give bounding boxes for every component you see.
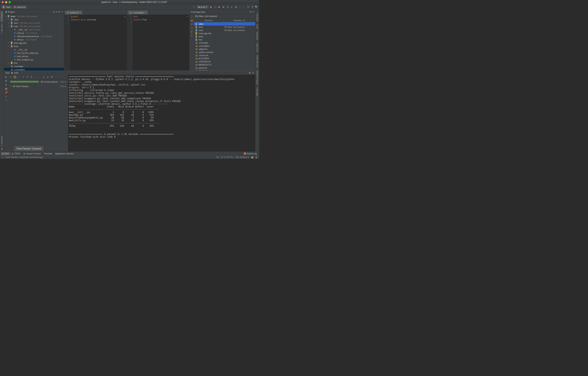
rail-favorites[interactable]: 2: Favorites [0, 134, 3, 148]
coverage-row[interactable]: ▤pytest.ini [194, 66, 255, 69]
expand-icon[interactable]: ⇕ [25, 75, 29, 79]
rail-tab[interactable]: LuaJ [256, 23, 259, 30]
coverage-row[interactable]: ▉mws.egg-info [194, 32, 255, 35]
debug-icon[interactable]: 🐞 [214, 5, 217, 9]
layout-icon[interactable]: ⊞ [234, 5, 237, 9]
hide-icon[interactable]: ⇥ [61, 11, 63, 13]
run-icon[interactable]: ▶ [210, 5, 213, 9]
autoscroll-icon[interactable]: ⇄ [191, 23, 193, 25]
hide-icon[interactable]: ⇥ [252, 72, 254, 74]
gear-icon[interactable]: ⚙ [58, 11, 60, 13]
tree-item[interactable]: ▾▉mws 0% files, not covered [4, 24, 64, 28]
tree-item[interactable]: ▸▉.idea [4, 18, 64, 21]
tree-item[interactable]: ◆test_service_status.py [4, 51, 64, 54]
coverage-row[interactable]: ▉docs0% files, not covered [194, 25, 255, 29]
status-icon[interactable]: ▢ [1, 156, 3, 159]
coverage-row[interactable]: ▤.travis.yml [194, 54, 255, 57]
coverage-run-icon[interactable]: ▶ [218, 5, 221, 9]
tab-coveragerc[interactable]: ▤.coveragerc× [128, 10, 148, 14]
tree-item[interactable]: ▸▉docs 0% files, not covered [4, 21, 64, 24]
export-icon[interactable]: ▭ [191, 27, 193, 29]
tree-item[interactable]: ▤.coverage [4, 64, 64, 68]
sort-alpha-icon[interactable]: ↧ [21, 75, 25, 79]
coverage-row[interactable]: ▉tmp [194, 38, 255, 41]
flatten-icon[interactable]: ⬓ [191, 19, 193, 21]
help-icon[interactable]: ? [191, 34, 192, 37]
import-icon[interactable]: ⎘ [46, 75, 50, 79]
coverage-row[interactable]: ▤.coverage [194, 41, 255, 44]
stop-icon[interactable]: ■ [5, 83, 7, 86]
coverage-row[interactable]: ▤.coveragerc [194, 44, 255, 47]
toggle-icon[interactable]: ⇄ [5, 79, 7, 82]
vcs-commit-icon[interactable]: ↑ [242, 5, 246, 9]
rail-tab[interactable]: Maven Projects [256, 69, 259, 86]
tree-root[interactable]: ▾▉mws 0% files, not covered [4, 14, 64, 18]
breadcrumb-file[interactable]: ▤pytest.ini [12, 5, 27, 9]
run-config-selector[interactable]: ◆tests▾ [197, 5, 209, 9]
search-icon[interactable]: 🔍 [255, 5, 258, 9]
tree-item[interactable]: ◆utils.py not covered [4, 38, 64, 41]
layout-icon[interactable]: ▤ [5, 87, 7, 90]
tree-item[interactable]: ◆__init__.py not covered [4, 28, 64, 31]
test-root[interactable]: ✔ All Tests Passed 788ms [8, 84, 68, 88]
tree-item[interactable]: ◆test_wrappers.py [4, 58, 64, 61]
stop-icon[interactable]: ■ [230, 5, 233, 9]
coverage-row[interactable]: ▤.gitignore [194, 47, 255, 51]
coverage-row[interactable]: ▉tests [194, 35, 255, 38]
coverage-row[interactable]: ▤AUTHORS [194, 57, 255, 60]
console-output[interactable]: ========================== test session … [68, 75, 255, 155]
sort-icon[interactable]: ↕ [17, 75, 21, 79]
pin-icon[interactable]: 📌 [5, 91, 8, 94]
bottom-tab[interactable]: Application Servers [53, 152, 75, 155]
rail-tab[interactable]: Database [256, 30, 259, 42]
gear-icon[interactable]: ⚙ [250, 11, 252, 13]
target-icon[interactable]: ⊕ [53, 11, 55, 13]
coverage-row[interactable]: ▤LICENSE.txt [194, 60, 255, 63]
ignored-filter-icon[interactable]: ⊘ [13, 75, 17, 79]
rail-tab[interactable]: Redis Servers [256, 54, 259, 69]
export-icon[interactable]: ⎙ [42, 75, 45, 79]
lock-icon[interactable]: 🔒 [251, 156, 254, 159]
history-icon[interactable]: ↻ [247, 5, 250, 9]
git-branch[interactable]: Git: develop ‡ [236, 156, 249, 159]
inspector-icon[interactable]: ◐ [256, 156, 258, 159]
minimize-icon[interactable] [5, 1, 7, 3]
coverage-row[interactable]: ▉.idea [194, 22, 255, 25]
revert-icon[interactable]: ⟲ [251, 5, 254, 9]
tab-pytest-ini[interactable]: ▤pytest.ini× [65, 10, 82, 14]
caret-position[interactable]: 1:9 [216, 156, 219, 159]
bottom-tab[interactable]: 6: TODO [10, 152, 22, 155]
vcs-update-icon[interactable]: ↓ [238, 5, 242, 9]
zoom-icon[interactable] [9, 1, 11, 3]
prev-icon[interactable]: ↑ [34, 75, 37, 79]
bottom-tab[interactable]: 4: Run [1, 152, 10, 155]
rail-tab[interactable]: Coverage [256, 86, 259, 97]
close-icon[interactable]: ✕ [191, 31, 193, 33]
encoding[interactable]: LF ‡ UTF-8 ‡ [221, 156, 234, 159]
bottom-tab[interactable]: 9: Version Control [22, 152, 42, 155]
tree-item[interactable]: ▸▉tmp [4, 61, 64, 64]
close-tab-icon[interactable]: × [145, 11, 146, 13]
tree-item[interactable]: ◆offamazonpayments.py not covered [4, 34, 64, 38]
rail-tab[interactable]: Data View [256, 42, 259, 54]
collapse-icon[interactable]: ⇵ [30, 75, 33, 79]
gear-icon[interactable]: ⚙ [50, 75, 54, 79]
hide-icon[interactable]: ⇥ [252, 11, 254, 13]
up-icon[interactable]: ↑ [191, 15, 192, 18]
rail-project[interactable]: 1: Project [0, 11, 3, 22]
close-icon[interactable]: ✕ [5, 95, 7, 98]
passed-filter-icon[interactable]: ✔ [9, 75, 12, 79]
tree-item[interactable]: ▾▉tests [4, 44, 64, 48]
attach-icon[interactable]: ⇲ [226, 5, 229, 9]
gear-icon[interactable]: ⚙ [249, 72, 251, 74]
rail-tab[interactable]: Ant Build [256, 12, 259, 23]
build-icon[interactable]: ⬇ [192, 5, 196, 9]
help-icon[interactable]: ? [5, 99, 7, 102]
event-log[interactable]: 1Event Log [242, 152, 258, 155]
next-icon[interactable]: ↓ [38, 75, 41, 79]
coverage-row[interactable]: ▤MANIFEST.in [194, 63, 255, 66]
rerun-icon[interactable]: ▶ [5, 75, 7, 78]
tree-item[interactable]: ◆__init__.py [4, 48, 64, 51]
coverage-row[interactable]: ▉mws0% files, not covered [194, 29, 255, 32]
collapse-icon[interactable]: ⇊ [56, 11, 57, 13]
